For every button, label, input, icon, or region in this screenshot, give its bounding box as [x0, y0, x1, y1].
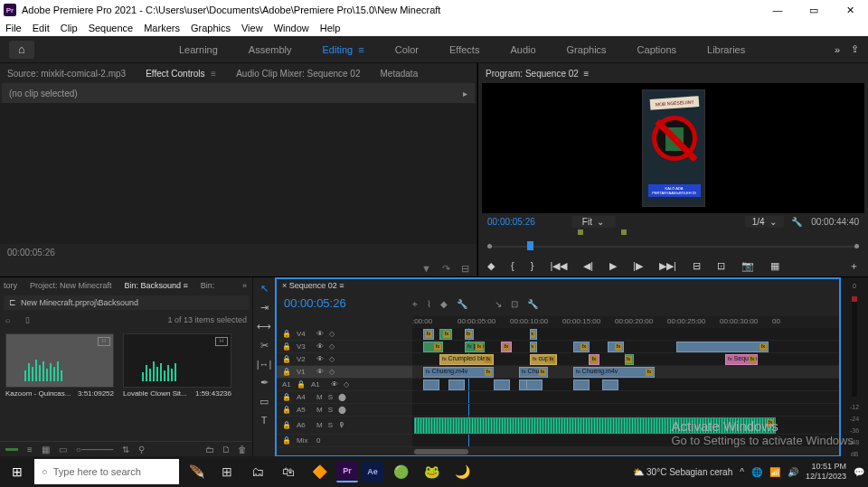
tab-effect-controls[interactable]: Effect Controls ≡	[146, 69, 216, 79]
video-clip[interactable]: fx	[439, 329, 452, 340]
video-clip[interactable]: fx	[530, 329, 537, 340]
tab-sequence[interactable]: × Sequence 02 ≡	[282, 281, 344, 290]
maximize-button[interactable]: ▭	[796, 0, 832, 20]
go-out-icon[interactable]: ▶▶|	[659, 260, 676, 272]
step-back-icon[interactable]: ◀|	[583, 260, 593, 272]
tab-audio-mixer[interactable]: Audio Clip Mixer: Sequence 02	[236, 69, 360, 79]
new-bin-icon[interactable]: 🗀	[205, 445, 214, 454]
tab-source[interactable]: Source: mixkit-comical-2.mp3	[7, 69, 126, 79]
fit-dropdown[interactable]: Fit ⌄	[571, 216, 616, 228]
program-scrubber[interactable]	[487, 239, 859, 253]
ws-learning[interactable]: Learning	[179, 44, 218, 55]
ws-captions[interactable]: Captions	[637, 44, 676, 55]
tab-bin2[interactable]: Bin:	[201, 281, 215, 290]
video-clip[interactable]: fx	[676, 342, 769, 352]
video-clip[interactable]: fx	[589, 354, 599, 365]
add-button-icon[interactable]: ＋	[849, 259, 859, 273]
ws-libraries[interactable]: Libraries	[707, 44, 745, 55]
menu-edit[interactable]: Edit	[33, 23, 50, 33]
ws-color[interactable]: Color	[395, 44, 419, 55]
selection-tool-icon[interactable]: ↖	[260, 283, 269, 295]
list-view-icon[interactable]: ≡	[27, 445, 33, 454]
play-icon[interactable]: ▶	[609, 260, 617, 272]
video-clip[interactable]: fx papfx	[465, 342, 485, 352]
timeline-scrollbar[interactable]	[412, 447, 839, 455]
video-clip[interactable]: fx	[625, 354, 634, 365]
minimize-button[interactable]: ―	[760, 0, 796, 20]
menu-sequence[interactable]: Sequence	[89, 23, 134, 33]
export-icon[interactable]: ⇪	[851, 43, 859, 55]
ws-assembly[interactable]: Assembly	[249, 44, 292, 55]
video-clip[interactable]: fx Crumpled blacfx	[439, 354, 494, 365]
bin-back-icon[interactable]: ⊏	[9, 298, 16, 307]
taskbar-search[interactable]: ○ Type here to search	[34, 459, 179, 484]
step-fwd-icon[interactable]: |▶	[633, 260, 643, 272]
store-icon[interactable]: 🛍	[275, 458, 302, 485]
weather-widget[interactable]: ⛅ 30°C Sebagian cerah	[633, 467, 732, 477]
video-clip[interactable]: fx	[608, 342, 624, 352]
freeform-icon[interactable]: ▭	[59, 445, 67, 454]
overwrite-icon[interactable]: ⊡	[511, 299, 518, 309]
lift-icon[interactable]: ⊟	[693, 260, 701, 272]
aftereffects-icon[interactable]: Ae	[362, 461, 383, 482]
app-icon[interactable]: 🐸	[418, 458, 445, 485]
hand-tool-icon[interactable]: ▭	[259, 396, 269, 407]
program-monitor[interactable]: MOB NGESELIIN!! KALO ADA PERTANYAAN\nBOL…	[482, 83, 864, 213]
ws-graphics[interactable]: Graphics	[567, 44, 607, 55]
source-timecode[interactable]: 00:00:05:26	[0, 244, 476, 260]
menu-clip[interactable]: Clip	[61, 23, 78, 33]
sort-icon[interactable]: ⇅	[122, 445, 129, 454]
video-clip[interactable]: fx	[501, 342, 512, 352]
tab-bin[interactable]: Bin: Backsound ≡	[125, 281, 188, 290]
video-clip[interactable]: fx Chuenfx	[519, 367, 548, 378]
marker[interactable]	[578, 229, 583, 235]
ws-editing[interactable]: Editing ≡	[323, 44, 364, 55]
video-clip[interactable]: fx cuplikfx	[530, 354, 557, 365]
mark-out-icon[interactable]: }	[531, 260, 534, 271]
home-button[interactable]: ⌂	[9, 41, 34, 59]
bypass-icon[interactable]: ↷	[442, 263, 450, 275]
ws-effects[interactable]: Effects	[449, 44, 479, 55]
razor-tool-icon[interactable]: ✂	[260, 340, 269, 351]
chrome-icon[interactable]: 🟢	[387, 458, 414, 485]
volume-icon[interactable]: 🔊	[788, 467, 798, 477]
tab-project[interactable]: Project: New Minecraft	[30, 281, 112, 290]
tabs-overflow-icon[interactable]: »	[242, 281, 247, 290]
clip-item[interactable]: H Lovable Clown Sit...1:59:43236	[123, 333, 231, 398]
figma-icon[interactable]: 🔶	[306, 458, 333, 485]
scrubber-thumb[interactable]	[527, 241, 533, 250]
wrench2-icon[interactable]: 🔧	[527, 299, 538, 309]
video-clip[interactable]: fx	[423, 329, 434, 340]
explorer-icon[interactable]: 🗂	[244, 458, 271, 485]
premiere-taskbar-icon[interactable]: Pr	[336, 461, 358, 482]
close-button[interactable]: ✕	[832, 0, 868, 20]
video-clip[interactable]: fx	[465, 329, 474, 340]
wifi-icon[interactable]: 📶	[769, 467, 780, 477]
menu-file[interactable]: File	[5, 23, 22, 33]
start-button[interactable]: ⊞	[4, 458, 31, 485]
pen-tool-icon[interactable]: ✒	[260, 377, 269, 389]
filter-bin-icon[interactable]: ▯	[25, 315, 30, 324]
marker[interactable]	[621, 229, 627, 235]
tray-chevron-icon[interactable]: ^	[740, 467, 744, 477]
slip-tool-icon[interactable]: |↔|	[257, 359, 272, 370]
type-tool-icon[interactable]: T	[261, 415, 268, 426]
track-select-tool-icon[interactable]: ⇥	[260, 302, 269, 314]
settings-tl-icon[interactable]: 🔧	[457, 299, 467, 309]
clock[interactable]: 10:51 PM12/11/2023	[806, 462, 846, 482]
linked-sel-icon[interactable]: ⌇	[427, 299, 431, 309]
video-clip[interactable]: fx Sequencfx	[725, 354, 758, 365]
extract-icon[interactable]: ⊡	[717, 260, 725, 272]
tab-program[interactable]: Program: Sequence 02 ≡	[486, 69, 589, 79]
zoom-dropdown[interactable]: 1/4 ⌄	[745, 216, 784, 228]
menu-help[interactable]: Help	[320, 23, 341, 33]
new-item-icon[interactable]: 🗋	[222, 445, 231, 454]
zoom-slider[interactable]: ○─────	[76, 445, 113, 454]
video-clip[interactable]: fx	[573, 342, 590, 352]
overflow-icon[interactable]: »	[835, 44, 840, 55]
app2-icon[interactable]: 🌙	[448, 458, 476, 485]
menu-window[interactable]: Window	[274, 23, 309, 33]
network-icon[interactable]: 🌐	[751, 467, 762, 477]
find-icon[interactable]: ⚲	[138, 445, 145, 454]
video-clip[interactable]: fx Chueng.m4vfx	[423, 367, 494, 378]
